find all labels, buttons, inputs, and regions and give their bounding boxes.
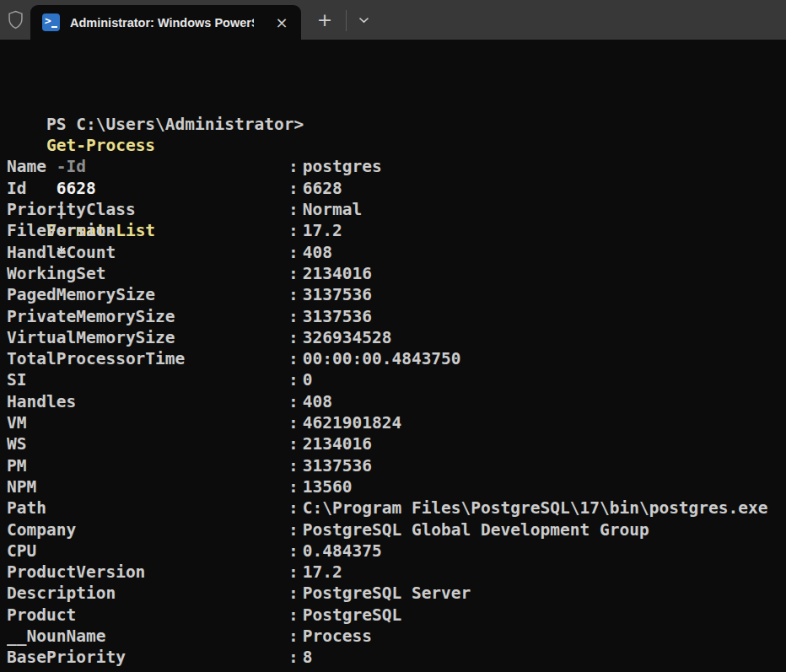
property-value: 13560 bbox=[303, 476, 353, 497]
command-segment: Get-Process bbox=[46, 136, 155, 155]
property-value: PostgreSQL bbox=[303, 605, 401, 626]
separator: : bbox=[288, 242, 299, 263]
property-label: Path bbox=[7, 497, 288, 519]
property-value: 17.2 bbox=[303, 220, 342, 241]
property-value: 0.484375 bbox=[303, 540, 382, 562]
property-label: BasePriority bbox=[7, 647, 288, 668]
separator: : bbox=[288, 391, 299, 412]
property-row: ProductVersion:17.2 bbox=[7, 562, 786, 583]
separator: : bbox=[288, 455, 299, 476]
separator: : bbox=[288, 647, 299, 668]
property-row: PriorityClass:Normal bbox=[7, 199, 786, 220]
property-value: 4621901824 bbox=[303, 412, 401, 433]
property-value: 8 bbox=[303, 647, 313, 668]
property-value: PostgreSQL Server bbox=[303, 583, 471, 604]
property-label: FileVersion bbox=[7, 220, 288, 241]
separator: : bbox=[288, 583, 299, 604]
property-value: 00:00:00.4843750 bbox=[303, 348, 461, 369]
separator: : bbox=[288, 626, 299, 647]
property-row: BasePriority:8 bbox=[7, 647, 786, 668]
property-row: VirtualMemorySize:326934528 bbox=[7, 327, 786, 348]
property-value: postgres bbox=[303, 156, 382, 177]
property-row: VM:4621901824 bbox=[7, 412, 786, 433]
new-tab-button[interactable]: + bbox=[310, 8, 339, 33]
chevron-down-icon bbox=[358, 17, 369, 24]
property-row: WS:2134016 bbox=[7, 433, 786, 454]
property-value: C:\Program Files\PostgreSQL\17\bin\postg… bbox=[303, 497, 768, 519]
separator: : bbox=[288, 519, 299, 540]
property-label: __NounName bbox=[7, 626, 288, 647]
property-label: Product bbox=[7, 605, 288, 626]
property-row: Path:C:\Program Files\PostgreSQL\17\bin\… bbox=[7, 497, 786, 519]
property-row: Id:6628 bbox=[7, 178, 786, 199]
separator: : bbox=[288, 156, 299, 177]
separator: : bbox=[288, 562, 299, 583]
property-value: 3137536 bbox=[303, 306, 372, 327]
close-tab-icon[interactable]: × bbox=[272, 13, 291, 32]
admin-shield-icon bbox=[0, 0, 31, 40]
property-row: NPM:13560 bbox=[7, 476, 786, 497]
property-value: 326934528 bbox=[303, 327, 392, 348]
property-row: Description:PostgreSQL Server bbox=[7, 583, 786, 604]
blank-line bbox=[7, 50, 786, 71]
powershell-icon: > bbox=[42, 13, 60, 31]
property-row: FileVersion:17.2 bbox=[7, 220, 786, 241]
property-row: SI:0 bbox=[7, 369, 786, 390]
separator: : bbox=[288, 263, 299, 284]
property-row: Company:PostgreSQL Global Development Gr… bbox=[7, 519, 786, 540]
separator: : bbox=[288, 306, 299, 327]
property-label: Id bbox=[7, 178, 288, 199]
property-value: 2134016 bbox=[303, 433, 372, 454]
property-value: 408 bbox=[303, 242, 332, 263]
property-value: 408 bbox=[303, 391, 332, 412]
separator: : bbox=[288, 369, 299, 390]
separator: : bbox=[288, 605, 299, 626]
property-label: VirtualMemorySize bbox=[7, 327, 288, 348]
separator: : bbox=[288, 220, 299, 241]
property-row: __NounName:Process bbox=[7, 626, 786, 647]
terminal-viewport[interactable]: PS C:\Users\Administrator> Get-Process -… bbox=[0, 40, 786, 672]
property-label: ProductVersion bbox=[7, 562, 288, 583]
property-value: PostgreSQL Global Development Group bbox=[303, 519, 649, 540]
property-value: Normal bbox=[303, 199, 362, 220]
property-label: Description bbox=[7, 583, 288, 604]
separator: : bbox=[288, 284, 299, 305]
property-row: Handles:408 bbox=[7, 391, 786, 412]
property-label: Company bbox=[7, 519, 288, 540]
property-row: PagedMemorySize:3137536 bbox=[7, 284, 786, 305]
property-label: NPM bbox=[7, 476, 288, 497]
property-value: 2134016 bbox=[303, 263, 372, 284]
prompt: PS C:\Users\Administrator> bbox=[46, 115, 314, 134]
command-line: PS C:\Users\Administrator> Get-Process -… bbox=[7, 93, 786, 114]
property-row: TotalProcessorTime:00:00:00.4843750 bbox=[7, 348, 786, 369]
separator: : bbox=[288, 412, 299, 433]
property-value: 6628 bbox=[303, 178, 342, 199]
tab-bar: > Administrator: Windows PowerShell × + bbox=[0, 0, 786, 40]
property-value: 0 bbox=[303, 369, 313, 390]
separator: : bbox=[288, 327, 299, 348]
tab-title: Administrator: Windows PowerShell bbox=[70, 16, 254, 30]
tab-powershell[interactable]: > Administrator: Windows PowerShell × bbox=[30, 5, 301, 40]
property-value: 3137536 bbox=[303, 455, 372, 476]
property-label: SI bbox=[7, 369, 288, 390]
property-label: PagedMemorySize bbox=[7, 284, 288, 305]
separator: : bbox=[288, 497, 299, 519]
separator: : bbox=[288, 348, 299, 369]
property-row: Product:PostgreSQL bbox=[7, 605, 786, 626]
separator: : bbox=[288, 433, 299, 454]
property-label: TotalProcessorTime bbox=[7, 348, 288, 369]
tab-dropdown-button[interactable] bbox=[351, 8, 376, 33]
property-label: CPU bbox=[7, 540, 288, 562]
property-value: 17.2 bbox=[303, 562, 342, 583]
property-row: CPU:0.484375 bbox=[7, 540, 786, 562]
blank-line bbox=[7, 71, 786, 92]
property-label: HandleCount bbox=[7, 242, 288, 263]
property-value: 3137536 bbox=[303, 284, 372, 305]
property-value: Process bbox=[303, 626, 372, 647]
property-label: PM bbox=[7, 455, 288, 476]
separator: : bbox=[288, 476, 299, 497]
property-label: Name bbox=[7, 156, 288, 177]
property-label: VM bbox=[7, 412, 288, 433]
property-label: WS bbox=[7, 433, 288, 454]
property-label: Handles bbox=[7, 391, 288, 412]
